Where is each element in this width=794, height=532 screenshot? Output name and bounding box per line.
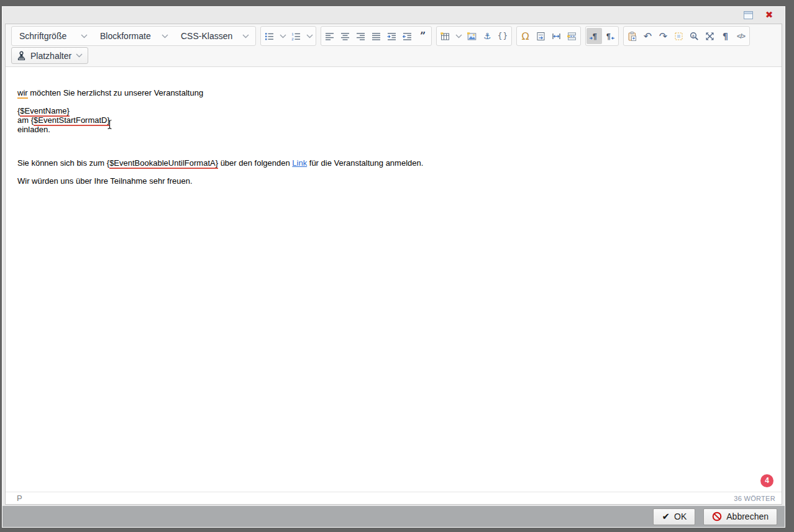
block-formats-dropdown[interactable]: Blockformate xyxy=(93,27,174,45)
paragraph-ltr-button[interactable]: ¶ xyxy=(586,28,602,44)
source-code-icon: </> xyxy=(737,32,745,40)
numbered-list-button[interactable]: 1 2 xyxy=(288,28,304,44)
cancel-button[interactable]: Abbrechen xyxy=(703,508,777,525)
insert-template-button[interactable] xyxy=(533,28,549,44)
paste-button[interactable] xyxy=(624,28,640,44)
css-classes-dropdown[interactable]: CSS-Klassen xyxy=(174,27,255,45)
nonbreaking-space-button[interactable] xyxy=(549,28,564,44)
indent-icon xyxy=(386,31,397,42)
nonbreaking-space-icon xyxy=(551,31,562,42)
image-icon xyxy=(467,31,477,42)
justify-button[interactable] xyxy=(368,28,384,44)
ok-button-label: OK xyxy=(674,512,687,521)
table-button[interactable] xyxy=(437,28,453,44)
undo-button[interactable]: ↶ xyxy=(640,28,655,44)
text-run: wir xyxy=(17,88,28,99)
font-size-dropdown-label: Schriftgröße xyxy=(19,31,66,41)
table-icon xyxy=(440,31,450,42)
indent-button[interactable] xyxy=(384,28,399,44)
template-icon xyxy=(536,31,546,42)
paste-icon xyxy=(627,31,637,42)
text-run: für die Veranstaltung anmelden. xyxy=(307,158,423,168)
redo-button[interactable]: ↷ xyxy=(655,28,671,44)
undo-icon: ↶ xyxy=(644,30,652,42)
ok-button[interactable]: ✔ OK xyxy=(653,508,695,525)
maximize-button[interactable] xyxy=(742,9,754,20)
chevron-down-icon xyxy=(76,53,83,58)
element-path[interactable]: P xyxy=(17,494,22,503)
chevron-down-icon xyxy=(455,34,462,38)
outdent-button[interactable] xyxy=(399,28,415,44)
bullet-list-button[interactable] xyxy=(262,28,277,44)
numbered-list-icon: 1 2 xyxy=(291,31,301,42)
text-run: einladen. xyxy=(17,125,50,134)
table-options-button[interactable] xyxy=(453,28,464,44)
screen: { "background": { "page_title_partial": … xyxy=(0,0,794,532)
numbered-list-options-button[interactable] xyxy=(304,28,315,44)
editor-content[interactable]: 4 wir möchten Sie herzlichst zu unserer … xyxy=(6,67,782,492)
text-run: $EventBookableUntilFormatA} xyxy=(109,158,218,169)
text-run: Wir würden uns über Ihre Teilnahme sehr … xyxy=(17,176,193,186)
curly-braces-icon: {} xyxy=(498,32,508,40)
source-code-button[interactable]: </> xyxy=(733,28,749,44)
align-right-icon xyxy=(355,31,366,42)
curly-braces-button[interactable]: {} xyxy=(495,28,511,44)
stamp-icon xyxy=(17,51,26,61)
close-button[interactable]: ✖ xyxy=(764,9,775,20)
find-and-replace-icon: a xyxy=(689,31,700,42)
pilcrow-icon: ¶ xyxy=(723,31,728,41)
show-invisible-characters-button[interactable]: ¶ xyxy=(718,28,733,44)
word-count: 36 WÖRTER xyxy=(734,495,775,502)
anchor-button[interactable]: ⚓ xyxy=(480,28,495,44)
maximize-icon xyxy=(744,11,753,19)
toolbar-row-2: Platzhalter xyxy=(11,47,776,64)
font-size-dropdown[interactable]: Schriftgröße xyxy=(12,27,93,45)
bullet-list-options-button[interactable] xyxy=(277,28,288,44)
redo-icon: ↷ xyxy=(659,30,667,42)
chevron-down-icon xyxy=(280,34,286,38)
dialog-titlebar: ✖ xyxy=(2,7,785,23)
svg-text:¶: ¶ xyxy=(606,32,611,41)
background-page: Immomailer xyxy=(0,0,794,6)
page-break-button[interactable] xyxy=(564,28,580,44)
empty-paragraph xyxy=(17,143,769,150)
direction-group: ¶ ¶ xyxy=(585,26,619,46)
paragraph-rtl-button[interactable]: ¶ xyxy=(602,28,618,44)
select-all-button[interactable] xyxy=(671,28,687,44)
svg-text:1: 1 xyxy=(291,32,294,35)
paragraph: wir möchten Sie herzlichst zu unserer Ve… xyxy=(17,88,769,97)
dialog-footer: ✔ OK Abbrechen xyxy=(2,506,785,527)
block-formats-dropdown-label: Blockformate xyxy=(100,31,151,41)
align-center-button[interactable] xyxy=(337,28,353,44)
align-right-button[interactable] xyxy=(353,28,368,44)
omega-icon: Ω xyxy=(521,30,529,42)
special-group: Ω xyxy=(516,26,581,46)
paragraph: Wir würden uns über Ihre Teilnahme sehr … xyxy=(17,176,769,186)
align-left-icon xyxy=(324,31,335,42)
chevron-down-icon xyxy=(81,34,88,38)
insert-image-button[interactable] xyxy=(464,28,480,44)
svg-text:a: a xyxy=(692,33,695,37)
cancel-button-label: Abbrechen xyxy=(726,512,769,521)
find-and-replace-button[interactable]: a xyxy=(687,28,702,44)
special-character-button[interactable]: Ω xyxy=(518,28,533,44)
format-dropdown-group: Schriftgröße Blockformate CSS-Klassen xyxy=(11,26,256,46)
blockquote-icon: ” xyxy=(420,33,426,39)
placeholder-dropdown-label: Platzhalter xyxy=(30,51,71,61)
hyperlink[interactable]: Link xyxy=(292,158,307,168)
toolbar-row-1: Schriftgröße Blockformate CSS-Klassen xyxy=(11,26,776,46)
fullscreen-icon xyxy=(705,31,715,42)
insert-group: ⚓ {} xyxy=(436,26,512,46)
paragraph-ltr-icon: ¶ xyxy=(589,31,600,42)
text-run: möchten Sie herzlichst zu unserer Verans… xyxy=(28,88,204,97)
blockquote-button[interactable]: ” xyxy=(415,28,431,44)
cancel-icon xyxy=(712,512,722,521)
page-break-icon xyxy=(567,31,577,42)
content-editor-dialog: ✖ Schriftgröße Blockformate CSS-Klassen xyxy=(2,6,785,528)
tools-group: ↶ ↷ a xyxy=(623,26,750,46)
placeholder-dropdown[interactable]: Platzhalter xyxy=(11,47,88,64)
fullscreen-button[interactable] xyxy=(702,28,718,44)
outdent-icon xyxy=(402,31,413,42)
align-left-button[interactable] xyxy=(322,28,337,44)
bullet-list-icon xyxy=(264,31,275,42)
